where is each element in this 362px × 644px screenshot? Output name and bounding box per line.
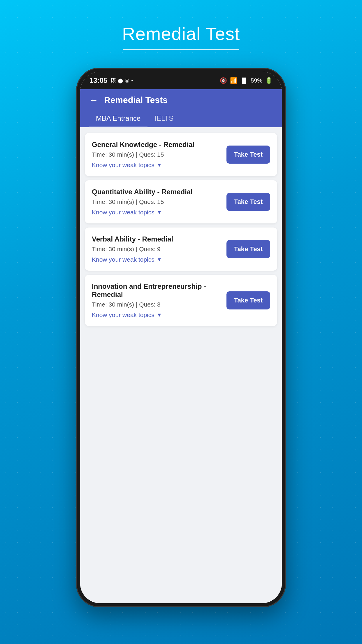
battery-icon: 🔋 (265, 77, 273, 84)
test-card-2-meta: Time: 30 min(s) | Ques: 15 (92, 198, 226, 205)
app-header: ← Remedial Tests MBA Entrance IELTS (80, 89, 282, 127)
dot-icon: • (131, 78, 133, 83)
weak-topics-link-4[interactable]: Know your weak topics ▼ (92, 312, 226, 318)
weak-topics-link-1[interactable]: Know your weak topics ▼ (92, 162, 226, 169)
test-card-1-meta: Time: 30 min(s) | Ques: 15 (92, 151, 226, 158)
battery-text: 59% (251, 77, 262, 84)
take-test-button-4[interactable]: Take Test (226, 291, 270, 309)
app-header-title: Remedial Tests (104, 95, 168, 105)
phone-screen: 13:05 🖼 ⬤ ◎ • 🔇 📶 ▐▌ 59% 🔋 (80, 72, 282, 603)
take-test-button-2[interactable]: Take Test (226, 193, 270, 211)
circle-icon: ⬤ (118, 78, 123, 83)
wifi-icon: 📶 (230, 77, 237, 84)
app-screen: 13:05 🖼 ⬤ ◎ • 🔇 📶 ▐▌ 59% 🔋 (80, 72, 282, 603)
signal-icon: ▐▌ (240, 78, 248, 84)
chevron-down-icon-3: ▼ (157, 257, 162, 263)
test-card-3-title: Verbal Ability - Remedial (92, 235, 226, 243)
test-card-4: Innovation and Entrepreneurship - Remedi… (85, 275, 277, 326)
test-card-4-left: Innovation and Entrepreneurship - Remedi… (92, 282, 226, 318)
page-title-underline (123, 49, 239, 50)
tab-mba-entrance[interactable]: MBA Entrance (89, 110, 147, 127)
test-card-3-left: Verbal Ability - Remedial Time: 30 min(s… (92, 235, 226, 263)
tabs-row: MBA Entrance IELTS (89, 110, 273, 127)
phone-frame: 13:05 🖼 ⬤ ◎ • 🔇 📶 ▐▌ 59% 🔋 (76, 68, 286, 607)
content-area: General Knowledge - Remedial Time: 30 mi… (80, 127, 282, 603)
test-card-4-title: Innovation and Entrepreneurship - Remedi… (92, 282, 226, 299)
test-card-3: Verbal Ability - Remedial Time: 30 min(s… (85, 228, 277, 271)
status-time: 13:05 (89, 76, 107, 85)
test-card-4-meta: Time: 30 min(s) | Ques: 3 (92, 301, 226, 308)
mute-icon: 🔇 (220, 77, 227, 84)
test-card-2-title: Quantitative Ability - Remedial (92, 188, 226, 196)
take-test-button-3[interactable]: Take Test (226, 240, 270, 258)
test-card-1-left: General Knowledge - Remedial Time: 30 mi… (92, 141, 226, 169)
back-button[interactable]: ← (89, 95, 98, 105)
test-card-1: General Knowledge - Remedial Time: 30 mi… (85, 133, 277, 176)
status-icons: 🖼 ⬤ ◎ • (111, 77, 133, 84)
test-card-2-left: Quantitative Ability - Remedial Time: 30… (92, 188, 226, 216)
chrome-icon: ◎ (125, 77, 129, 84)
test-card-3-meta: Time: 30 min(s) | Ques: 9 (92, 246, 226, 253)
test-card-2: Quantitative Ability - Remedial Time: 30… (85, 180, 277, 223)
chevron-down-icon-4: ▼ (157, 312, 162, 318)
chevron-down-icon-1: ▼ (157, 162, 162, 168)
camera-icon: 🖼 (111, 78, 116, 84)
test-card-1-title: General Knowledge - Remedial (92, 141, 226, 149)
status-bar-left: 13:05 🖼 ⬤ ◎ • (89, 76, 133, 85)
weak-topics-link-3[interactable]: Know your weak topics ▼ (92, 256, 226, 263)
page-title: Remedial Test (122, 23, 240, 44)
weak-topics-link-2[interactable]: Know your weak topics ▼ (92, 209, 226, 216)
status-bar-right: 🔇 📶 ▐▌ 59% 🔋 (220, 77, 273, 84)
tab-ielts[interactable]: IELTS (147, 110, 180, 127)
status-bar: 13:05 🖼 ⬤ ◎ • 🔇 📶 ▐▌ 59% 🔋 (80, 72, 282, 89)
page-header: Remedial Test (122, 23, 240, 50)
app-header-top: ← Remedial Tests (89, 95, 273, 110)
take-test-button-1[interactable]: Take Test (226, 146, 270, 164)
chevron-down-icon-2: ▼ (157, 209, 162, 216)
